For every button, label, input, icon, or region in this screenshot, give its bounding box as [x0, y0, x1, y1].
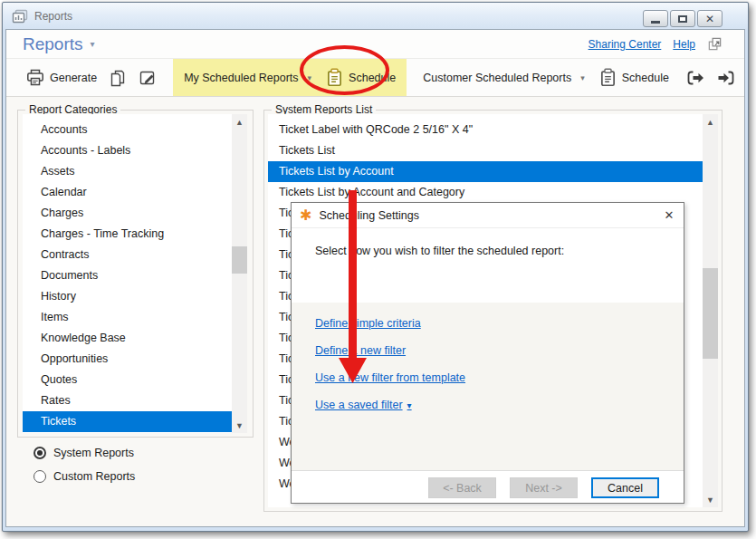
category-list-item[interactable]: Accounts	[23, 120, 232, 140]
generate-label: Generate	[50, 72, 97, 84]
filter-option-label: Use a saved filter	[315, 399, 403, 411]
generate-button[interactable]: Generate	[26, 69, 97, 86]
schedule-my-label: Schedule	[349, 72, 396, 84]
categories-rows: AccountsAccounts - LabelsAssetsCalendarC…	[23, 114, 232, 433]
report-list-item[interactable]: Tickets List by Account and Category	[268, 182, 703, 203]
dialog-button[interactable]: Cancel	[591, 477, 659, 498]
filter-option-label: Define simple criteria	[315, 317, 421, 330]
scroll-up-icon[interactable]: ▲	[232, 114, 247, 130]
category-list-item[interactable]: Assets	[23, 161, 232, 182]
category-list-item[interactable]: Accounts - Labels	[23, 140, 232, 161]
window-title: Reports	[34, 10, 72, 23]
dialog-options-panel: Define simple criteria▾ Define a new fil…	[292, 303, 684, 471]
clipboard-calendar-icon	[599, 68, 617, 87]
chevron-down-icon: ▾	[580, 73, 585, 82]
export-button[interactable]	[685, 69, 705, 87]
category-label: Charges - Time Tracking	[41, 227, 164, 240]
dialog-button[interactable]: Next ->	[510, 477, 578, 498]
filter-option-link[interactable]: Use a new filter from template▾	[315, 371, 465, 384]
report-list-item[interactable]: Ticket Label with QRCode 2 5/16" X 4"	[268, 120, 703, 140]
edit-report-button[interactable]	[139, 69, 157, 87]
schedule-my-button[interactable]: Schedule	[326, 68, 396, 87]
report-list-item[interactable]: Tickets List	[268, 140, 703, 161]
category-list-item[interactable]: Documents	[23, 265, 232, 286]
my-scheduled-reports-label: My Scheduled Reports	[184, 72, 298, 84]
minimize-button[interactable]	[643, 10, 668, 27]
categories-scrollbar[interactable]: ▲ ▼	[232, 114, 247, 433]
report-type-radio[interactable]: System Reports	[33, 445, 135, 461]
filter-option-label: Define a new filter	[315, 344, 406, 357]
category-label: Accounts	[41, 123, 87, 136]
report-categories-group: Report Categories AccountsAccounts - Lab…	[17, 110, 254, 438]
customer-scheduled-reports-dropdown[interactable]: Customer Scheduled Reports ▾	[423, 72, 585, 84]
report-label: Tickets List	[279, 144, 335, 157]
radio-label: System Reports	[53, 447, 134, 459]
maximize-icon	[678, 15, 687, 23]
help-link[interactable]: Help	[673, 38, 695, 51]
category-list-item[interactable]: Quotes	[23, 370, 232, 390]
category-label: Assets	[41, 165, 75, 178]
dialog-button[interactable]: <- Back	[428, 477, 496, 498]
page-title: Reports	[23, 34, 83, 54]
radio-icon	[33, 470, 46, 483]
window-client-area: Reports ▾ Sharing Center Help	[5, 29, 745, 527]
filter-option-link[interactable]: Use a saved filter▾	[315, 399, 412, 411]
dialog-close-button[interactable]: ✕	[655, 203, 684, 227]
category-label: Rates	[41, 394, 71, 407]
chevron-down-icon: ▾	[91, 39, 95, 49]
report-label: Tickets List by Account and Category	[279, 186, 464, 198]
scrollbar-thumb[interactable]	[232, 246, 247, 274]
my-scheduled-reports-dropdown[interactable]: My Scheduled Reports ▾	[184, 72, 311, 84]
pop-out-icon[interactable]	[707, 36, 723, 52]
category-list-item[interactable]: Items	[23, 307, 232, 328]
category-label: Documents	[41, 269, 98, 282]
category-label: Accounts - Labels	[41, 144, 130, 157]
category-list-item[interactable]: Charges - Time Tracking	[23, 224, 232, 245]
category-list-item[interactable]: Contracts	[23, 245, 232, 265]
copy-report-button[interactable]	[109, 69, 127, 87]
main-content: Report Categories AccountsAccounts - Lab…	[6, 97, 744, 526]
window-controls: ✕	[643, 10, 723, 27]
system-reports-scrollbar[interactable]: ▲ ▼	[703, 114, 718, 507]
category-label: Knowledge Base	[41, 332, 126, 344]
category-list-item[interactable]: Tickets	[23, 411, 232, 432]
dialog-titlebar[interactable]: ✱ Scheduling Settings ✕	[292, 203, 684, 228]
page-header: Reports ▾ Sharing Center Help	[6, 30, 744, 59]
filter-option-link[interactable]: Define simple criteria▾	[315, 317, 421, 330]
scroll-up-icon[interactable]: ▲	[703, 114, 718, 130]
scroll-down-icon[interactable]: ▼	[703, 492, 718, 507]
category-list-item[interactable]: Charges	[23, 203, 232, 224]
import-arrow-icon	[716, 69, 736, 87]
maximize-button[interactable]	[670, 10, 695, 27]
close-button[interactable]: ✕	[697, 10, 723, 27]
window-titlebar[interactable]: Reports	[3, 3, 748, 29]
radio-icon	[33, 447, 46, 459]
category-label: Calendar	[41, 186, 87, 198]
page-title-menu[interactable]: Reports ▾	[23, 34, 95, 54]
category-label: History	[41, 290, 76, 303]
report-type-radio[interactable]: Custom Reports	[33, 468, 135, 485]
category-label: Charges	[41, 207, 83, 219]
screenshot-stage: Reports ✕ Reports ▾ Sharing Center Help	[0, 0, 756, 539]
sharing-center-link[interactable]: Sharing Center	[589, 38, 662, 51]
import-button[interactable]	[716, 69, 736, 87]
reports-window: Reports ✕ Reports ▾ Sharing Center Help	[2, 2, 749, 532]
printer-icon	[26, 69, 44, 86]
category-list-item[interactable]: Calendar	[23, 182, 232, 203]
report-list-item[interactable]: Tickets List by Account	[268, 161, 703, 182]
edit-icon	[139, 69, 157, 87]
category-list-item[interactable]: Knowledge Base	[23, 328, 232, 349]
category-list-item[interactable]: Opportunities	[23, 349, 232, 370]
category-list-item[interactable]: Rates	[23, 390, 232, 411]
dialog-prompt: Select how you wish to filter the schedu…	[315, 245, 564, 257]
chevron-down-icon: ▾	[308, 73, 312, 82]
scrollbar-thumb[interactable]	[703, 268, 718, 359]
filter-option-link[interactable]: Define a new filter▾	[315, 344, 406, 357]
schedule-customer-button[interactable]: Schedule	[599, 68, 669, 87]
dialog-filter-links: Define simple criteria▾ Define a new fil…	[315, 317, 465, 411]
scroll-down-icon[interactable]: ▼	[232, 418, 247, 433]
schedule-customer-label: Schedule	[622, 72, 669, 84]
filter-option-label: Use a new filter from template	[315, 371, 465, 384]
category-list-item[interactable]: History	[23, 286, 232, 307]
customer-scheduled-reports-label: Customer Scheduled Reports	[423, 72, 571, 84]
